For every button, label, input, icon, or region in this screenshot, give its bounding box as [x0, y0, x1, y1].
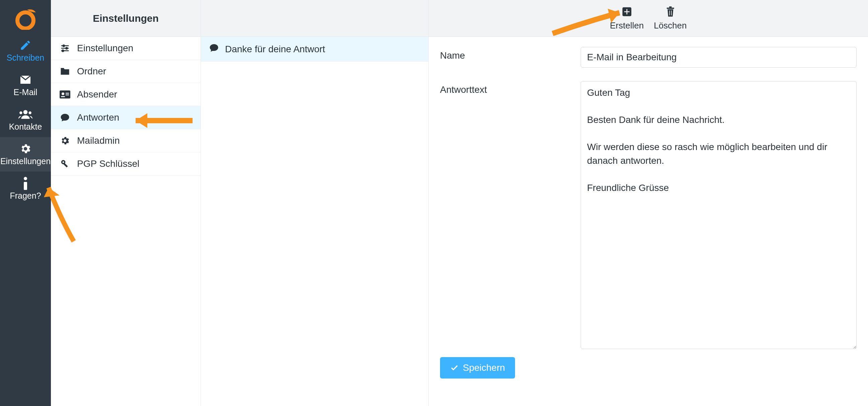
nav-settings-label: Einstellungen	[0, 157, 51, 165]
settings-item-mailadmin[interactable]: Mailadmin	[51, 129, 200, 152]
svg-rect-23	[667, 8, 674, 9]
create-button-label: Erstellen	[610, 21, 644, 31]
settings-item-label: Absender	[77, 89, 117, 100]
nav-mail[interactable]: E-Mail	[0, 68, 51, 102]
svg-rect-24	[669, 6, 672, 8]
contacts-icon	[19, 109, 32, 120]
response-item-label: Danke für deine Antwort	[225, 44, 325, 55]
svg-point-11	[62, 50, 64, 52]
create-button[interactable]: Erstellen	[610, 6, 644, 31]
settings-item-label: Ordner	[77, 66, 106, 77]
name-input[interactable]	[581, 47, 857, 68]
compose-icon	[20, 39, 31, 51]
delete-button-label: Löschen	[654, 21, 686, 31]
svg-point-18	[63, 161, 64, 163]
speech-bubble-icon	[209, 43, 219, 55]
nav-help[interactable]: Fragen?	[0, 171, 51, 206]
svg-point-9	[66, 48, 68, 49]
settings-item-identities[interactable]: Absender	[51, 83, 200, 106]
settings-header: Einstellungen	[51, 0, 200, 37]
svg-rect-5	[24, 182, 27, 190]
svg-rect-19	[63, 163, 68, 167]
svg-rect-22	[624, 11, 629, 12]
svg-point-4	[24, 177, 27, 180]
settings-item-folders[interactable]: Ordner	[51, 60, 200, 83]
sliders-icon	[59, 43, 71, 53]
nav-settings[interactable]: Einstellungen	[0, 137, 51, 171]
svg-point-1	[24, 110, 28, 114]
settings-item-pgp[interactable]: PGP Schlüssel	[51, 152, 200, 176]
svg-point-13	[62, 92, 64, 95]
form-row-body: Antworttext	[440, 81, 857, 350]
nav-contacts[interactable]: Kontakte	[0, 102, 51, 137]
body-textarea[interactable]	[581, 81, 857, 349]
name-label: Name	[440, 47, 574, 61]
nav-contacts-label: Kontakte	[9, 123, 42, 131]
form-row-name: Name	[440, 47, 857, 68]
mail-icon	[20, 75, 31, 85]
main-sidebar: Schreiben E-Mail Kontakte	[0, 0, 51, 406]
gear-icon	[20, 143, 31, 155]
info-icon	[22, 177, 29, 190]
response-form: Name Antworttext	[429, 37, 868, 361]
svg-point-2	[20, 112, 22, 114]
folder-icon	[59, 67, 71, 76]
app-logo	[0, 3, 51, 33]
check-icon	[450, 364, 459, 372]
orange-logo-icon	[14, 6, 37, 30]
responses-header-blank	[201, 0, 428, 37]
settings-item-label: Antworten	[77, 112, 119, 123]
svg-point-0	[18, 12, 33, 29]
key-icon	[59, 159, 71, 169]
nav-mail-label: E-Mail	[14, 88, 37, 96]
nav-compose[interactable]: Schreiben	[0, 33, 51, 68]
settings-item-label: Einstellungen	[77, 43, 133, 54]
nav-help-label: Fragen?	[10, 192, 41, 200]
id-card-icon	[59, 90, 71, 98]
settings-panel: Einstellungen Einstellungen Ordner	[51, 0, 201, 406]
svg-rect-14	[66, 93, 69, 94]
settings-item-preferences[interactable]: Einstellungen	[51, 37, 200, 60]
settings-item-label: PGP Schlüssel	[77, 158, 139, 169]
svg-rect-16	[61, 96, 65, 97]
plus-square-icon	[622, 6, 632, 17]
save-button-label: Speichern	[463, 363, 505, 373]
settings-list: Einstellungen Ordner Absender	[51, 37, 200, 176]
response-list-item[interactable]: Danke für deine Antwort	[201, 37, 428, 62]
save-button[interactable]: Speichern	[440, 357, 515, 378]
trash-icon	[665, 6, 676, 18]
settings-item-label: Mailadmin	[77, 135, 120, 146]
responses-panel: Danke für deine Antwort	[201, 0, 429, 406]
editor-toolbar: Erstellen Löschen	[429, 0, 868, 37]
svg-rect-15	[66, 94, 69, 95]
settings-item-responses[interactable]: Antworten	[51, 106, 200, 129]
speech-bubble-icon	[59, 113, 71, 123]
body-label: Antworttext	[440, 81, 574, 95]
svg-rect-25	[669, 10, 670, 15]
svg-point-7	[63, 45, 65, 46]
editor-panel: Erstellen Löschen Name Antworttex	[429, 0, 868, 406]
svg-rect-26	[671, 10, 672, 15]
nav-compose-label: Schreiben	[7, 54, 44, 62]
gear-icon	[59, 136, 71, 146]
svg-point-3	[28, 112, 31, 114]
delete-button[interactable]: Löschen	[654, 6, 686, 31]
